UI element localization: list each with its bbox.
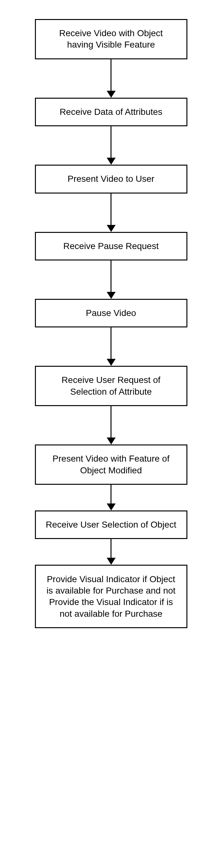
arrow-down-icon bbox=[107, 193, 116, 232]
flow-step-label: Pause Video bbox=[86, 307, 136, 319]
arrow-down-icon bbox=[107, 260, 116, 299]
flow-step: Pause Video bbox=[35, 299, 187, 328]
arrow-down-icon bbox=[107, 328, 116, 366]
flow-step-label: Receive Video with Object having Visible… bbox=[46, 28, 177, 51]
flow-step: Present Video with Feature of Object Mod… bbox=[35, 444, 187, 485]
arrow-down-icon bbox=[107, 539, 116, 565]
flow-step: Present Video to User bbox=[35, 165, 187, 193]
arrow-down-icon bbox=[107, 126, 116, 165]
arrow-down-icon bbox=[107, 485, 116, 510]
flow-step: Receive Video with Object having Visible… bbox=[35, 19, 187, 59]
flow-step-label: Receive Data of Attributes bbox=[60, 106, 163, 118]
arrow-down-icon bbox=[107, 59, 116, 98]
arrow-down-icon bbox=[107, 406, 116, 444]
flow-step: Receive User Request of Selection of Att… bbox=[35, 366, 187, 406]
flow-step: Receive Pause Request bbox=[35, 232, 187, 260]
flow-step-label: Provide Visual Indicator if Object is av… bbox=[46, 574, 177, 620]
flow-step-label: Present Video to User bbox=[68, 173, 154, 185]
flow-step-label: Receive User Selection of Object bbox=[46, 519, 176, 530]
flow-step-label: Present Video with Feature of Object Mod… bbox=[46, 453, 177, 476]
flow-step: Receive Data of Attributes bbox=[35, 98, 187, 126]
flow-step: Receive User Selection of Object bbox=[35, 510, 187, 539]
flow-step-label: Receive User Request of Selection of Att… bbox=[46, 374, 177, 398]
flow-step-label: Receive Pause Request bbox=[63, 241, 159, 252]
flowchart-container: Receive Video with Object having Visible… bbox=[0, 19, 222, 628]
flow-step: Provide Visual Indicator if Object is av… bbox=[35, 565, 187, 628]
